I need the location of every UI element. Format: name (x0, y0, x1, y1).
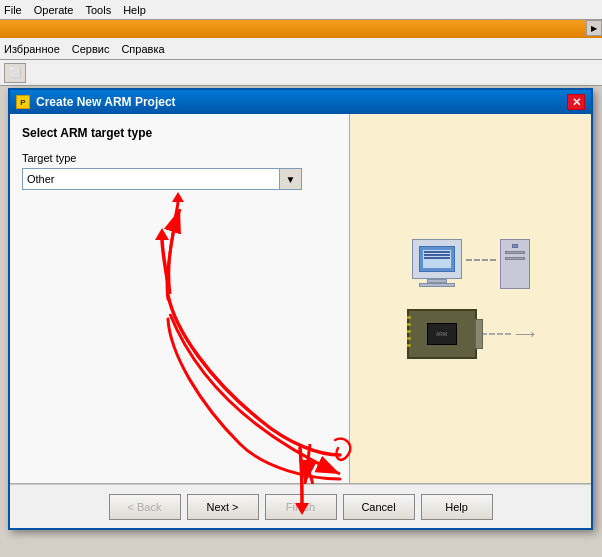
board-connection-line (481, 333, 511, 335)
dialog-buttons: < Back Next > Finish Cancel Help (10, 484, 591, 528)
menu-servis[interactable]: Сервис (72, 43, 110, 55)
tower-drive-2 (505, 257, 525, 260)
board-pins (407, 316, 411, 347)
dropdown-arrow-button[interactable]: ▼ (280, 168, 302, 190)
board-illustration: ARM ⟶ (407, 309, 535, 359)
monitor-screen (419, 246, 455, 272)
back-button[interactable]: < Back (109, 494, 181, 520)
pin-3 (407, 330, 411, 333)
second-menu-bar: Избранное Сервис Справка (0, 38, 602, 60)
arrow-connector: ⟶ (515, 326, 535, 342)
monitor-base (419, 283, 455, 287)
help-button[interactable]: Help (421, 494, 493, 520)
target-type-dropdown-container: ▼ (22, 168, 302, 190)
dialog-title-left: P Create New ARM Project (16, 95, 176, 109)
menu-tools[interactable]: Tools (85, 4, 111, 16)
next-button[interactable]: Next > (187, 494, 259, 520)
dialog-close-button[interactable]: ✕ (567, 94, 585, 110)
connection-line-h (466, 259, 496, 261)
board-connector (475, 319, 483, 349)
tower-box (500, 239, 530, 289)
scroll-button[interactable]: ▶ (586, 20, 602, 36)
toolbar: ⬜ (0, 60, 602, 86)
dialog-icon: P (16, 95, 30, 109)
cancel-button[interactable]: Cancel (343, 494, 415, 520)
menu-help[interactable]: Help (123, 4, 146, 16)
dialog-title-text: Create New ARM Project (36, 95, 176, 109)
pin-5 (407, 344, 411, 347)
orange-bar: ▶ (0, 20, 602, 38)
pin-2 (407, 323, 411, 326)
circuit-board: ARM (407, 309, 477, 359)
target-type-label: Target type (22, 152, 337, 164)
pin-1 (407, 316, 411, 319)
menu-spravka[interactable]: Справка (121, 43, 164, 55)
screen-content (423, 250, 451, 268)
dialog-overlay: P Create New ARM Project ✕ Select ARM ta… (8, 88, 593, 538)
target-type-input[interactable] (22, 168, 280, 190)
svg-marker-3 (172, 192, 184, 202)
tower-drive-1 (505, 251, 525, 254)
board-chip: ARM (427, 323, 457, 345)
dialog-title-bar: P Create New ARM Project ✕ (10, 90, 591, 114)
monitor-box (412, 239, 462, 279)
tower-light (512, 244, 518, 248)
finish-button[interactable]: Finish (265, 494, 337, 520)
dialog-content: Select ARM target type Target type ▼ (10, 114, 591, 484)
toolbar-btn-1[interactable]: ⬜ (4, 63, 26, 83)
left-panel: Select ARM target type Target type ▼ (10, 114, 350, 483)
main-window: File Operate Tools Help ▶ Избранное Серв… (0, 0, 602, 557)
computer-illustration (412, 239, 530, 289)
menu-operate[interactable]: Operate (34, 4, 74, 16)
menu-izbr[interactable]: Избранное (4, 43, 60, 55)
menu-file[interactable]: File (4, 4, 22, 16)
pin-4 (407, 337, 411, 340)
top-menu-bar: File Operate Tools Help (0, 0, 602, 20)
screen-line-3 (424, 257, 450, 259)
create-arm-project-dialog: P Create New ARM Project ✕ Select ARM ta… (8, 88, 593, 530)
section-title: Select ARM target type (22, 126, 337, 140)
screen-line-2 (424, 254, 450, 256)
background: File Operate Tools Help ▶ Избранное Серв… (0, 0, 602, 557)
right-panel: ARM ⟶ (350, 114, 591, 483)
screen-line-1 (424, 251, 450, 253)
monitor-group (412, 239, 462, 287)
